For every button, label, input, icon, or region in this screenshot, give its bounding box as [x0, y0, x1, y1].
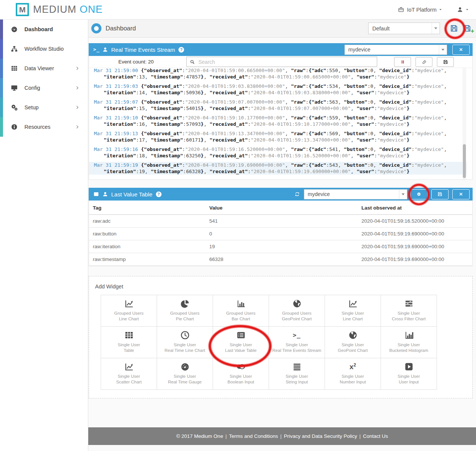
widget-tile-single-user-geopoint-chart[interactable]: Single UserGeoPoint Chart — [325, 327, 381, 358]
log-token: "received_at" — [210, 153, 248, 158]
help-icon[interactable]: ? — [178, 47, 184, 53]
log-token: , — [285, 68, 291, 73]
pause-stream-button[interactable] — [394, 57, 411, 67]
briefcase-icon — [398, 6, 404, 13]
close-icon — [458, 192, 464, 197]
log-token: , — [444, 68, 447, 73]
widget-tile-single-user-string-input[interactable]: Single UserString Input — [269, 358, 325, 390]
caret-down-icon[interactable] — [438, 8, 443, 12]
widget-tile-single-user-table[interactable]: Single UserTable — [101, 327, 157, 358]
cell-value: 66328 — [206, 253, 358, 266]
events-device-caret[interactable] — [439, 45, 447, 54]
widget-tile-single-user-scatter-chart[interactable]: Single UserScatter Chart — [101, 358, 157, 390]
event-time: Mar 31 21:59:00 — [94, 68, 138, 73]
events-search-input[interactable] — [198, 59, 374, 65]
log-token: "raw" — [291, 83, 305, 89]
geopoint-globe-icon — [292, 299, 302, 309]
log-token: {"adc" — [308, 83, 326, 89]
event-log-entry: Mar 31 21:59:00 {"observed_at":"2020-04-… — [94, 68, 457, 80]
widget-tile-single-user-real-time-gauge[interactable]: Single UserReal Time Gauge — [157, 358, 213, 390]
widget-tile-grouped-users-bar-chart[interactable]: Grouped UsersBar Chart — [213, 295, 269, 327]
log-token: } — [201, 106, 204, 111]
widget-tile-single-user-user-input[interactable]: Single UserUser Input — [381, 358, 437, 390]
footer-link-contact-us[interactable]: Contact Us — [363, 433, 388, 439]
footer-link-terms-and-conditions[interactable]: Terms and Conditions — [229, 433, 278, 439]
log-token: : — [374, 169, 377, 174]
widget-tile-grouped-users-line-chart[interactable]: Grouped UsersLine Chart — [101, 295, 157, 327]
widget-label-line2: User Input — [399, 379, 419, 385]
widget-tile-single-user-number-input[interactable]: x2Single UserNumber Input — [325, 358, 381, 390]
table-row-raw-timestamp: raw:timestamp663282020-04-01T01:59:19.69… — [89, 253, 472, 266]
log-token: "iteration" — [104, 106, 136, 111]
cell-tag: raw:timestamp — [89, 253, 206, 266]
log-token: "iteration" — [104, 153, 136, 158]
events-scrollbar-thumb[interactable] — [463, 144, 466, 178]
log-token: , — [373, 162, 379, 168]
save-as-new-dashboard-button[interactable]: + — [463, 24, 471, 33]
dashboard-controls: + — [368, 23, 472, 34]
log-token: 543 — [329, 162, 338, 168]
log-token: {"observed_at" — [141, 115, 182, 121]
widget-tile-single-user-cross-filter-chart[interactable]: Single UserCross Filter Chart — [381, 295, 437, 327]
widget-tile-single-user-bucketed-histogram[interactable]: Single UserBucketed Histogram — [381, 327, 437, 358]
help-icon[interactable]: ? — [156, 192, 162, 197]
log-token: : — [326, 131, 329, 136]
widget-tile-single-user-boolean-input[interactable]: Single UserBoolean Input — [213, 358, 269, 390]
sidebar-item-resources[interactable]: Resources — [0, 117, 88, 137]
events-close-button[interactable] — [452, 45, 470, 55]
sidebar-item-workflow-studio[interactable]: Workflow Studio — [0, 39, 88, 59]
log-token: {"observed_at" — [141, 99, 182, 105]
log-token: : — [411, 162, 414, 168]
events-device-input[interactable] — [345, 45, 439, 54]
log-token: "device_id" — [379, 68, 411, 73]
widget-tile-single-user-real-time-events-stream[interactable]: >_Single UserReal Time Events Stream — [269, 327, 325, 358]
lvt-close-button[interactable] — [452, 189, 470, 199]
log-token: , — [338, 68, 344, 73]
widget-tile-single-user-real-time-line-chart[interactable]: Single UserReal Time Line Chart — [157, 327, 213, 358]
lvt-device-input[interactable] — [304, 190, 399, 199]
sidebar-item-data-viewer[interactable]: Data Viewer — [0, 59, 88, 78]
log-token: , — [145, 90, 151, 95]
sidebar-item-dashboard[interactable]: Dashboard — [0, 20, 88, 39]
save-stream-button[interactable] — [437, 57, 454, 67]
platform-menu-label[interactable]: IoT Platform — [407, 7, 437, 13]
save-dashboard-button[interactable] — [450, 24, 458, 33]
lvt-settings-button[interactable] — [410, 189, 428, 199]
widget-tile-grouped-users-pie-chart[interactable]: Grouped UsersPie Chart — [157, 295, 213, 327]
sidebar-item-config[interactable]: Config — [0, 78, 88, 98]
footer-link-privacy-and-data-security-policy[interactable]: Privacy and Data Security Policy — [284, 433, 357, 439]
line-chart-icon — [348, 299, 358, 309]
log-token: } — [201, 137, 204, 143]
dashboard-name-select — [368, 23, 440, 34]
log-token: "received_at" — [210, 74, 248, 80]
cell-value: 541 — [206, 215, 358, 228]
dashboard-name-input[interactable] — [369, 23, 432, 34]
widget-tile-grouped-users-geopoint-chart[interactable]: Grouped UsersGeoPoint Chart — [269, 295, 325, 327]
separator: | — [225, 433, 227, 439]
log-token: : — [136, 74, 139, 80]
events-device-select — [345, 45, 447, 55]
dashboard-name-caret[interactable] — [432, 23, 440, 34]
log-token: , — [351, 90, 357, 95]
event-log-entry: Mar 31 21:59:10 {"observed_at":"2020-04-… — [94, 115, 457, 127]
lvt-save-button[interactable] — [431, 189, 449, 199]
close-icon — [458, 47, 464, 52]
widget-label-line1: Grouped Users — [282, 311, 311, 316]
resources-info-icon — [11, 123, 18, 131]
chevron-right-icon — [75, 66, 80, 71]
widget-label-line2: Real Time Line Chart — [165, 348, 205, 353]
widget-tile-single-user-last-value-table[interactable]: Single UserLast Value Table — [213, 327, 269, 358]
user-input-play-icon — [404, 362, 414, 372]
sidebar-item-setup[interactable]: Setup — [0, 98, 88, 117]
user-menu[interactable] — [457, 6, 469, 13]
widget-label-line1: Grouped Users — [226, 311, 255, 316]
clear-stream-button[interactable] — [416, 57, 432, 67]
widget-tile-single-user-line-chart[interactable]: Single UserLine Chart — [325, 295, 381, 327]
log-token: , — [338, 146, 344, 152]
real-time-clock-icon — [180, 330, 190, 340]
sidebar-item-label: Resources — [24, 124, 50, 130]
log-token: : — [411, 115, 414, 121]
refresh-icon[interactable] — [294, 191, 300, 197]
lvt-device-caret[interactable] — [399, 190, 407, 199]
log-token: , — [373, 99, 379, 105]
